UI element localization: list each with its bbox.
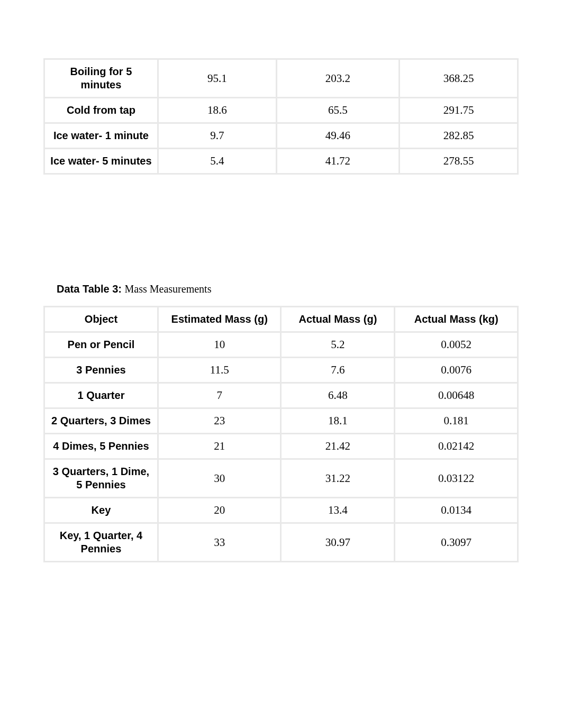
table-row: Pen or Pencil 10 5.2 0.0052	[45, 333, 517, 357]
cell-value: 368.25	[400, 60, 517, 97]
table-row: 2 Quarters, 3 Dimes 23 18.1 0.181	[45, 409, 517, 433]
table-header-row: Object Estimated Mass (g) Actual Mass (g…	[45, 307, 517, 331]
cell-value: 20	[159, 498, 280, 522]
mass-measurements-table: Object Estimated Mass (g) Actual Mass (g…	[43, 306, 519, 562]
cell-value: 7	[159, 384, 280, 407]
row-label: Ice water- 5 minutes	[45, 149, 157, 173]
cell-value: 30	[159, 460, 280, 497]
row-label: 1 Quarter	[45, 384, 157, 407]
cell-value: 5.4	[159, 149, 276, 173]
table-row: 3 Pennies 11.5 7.6 0.0076	[45, 358, 517, 382]
cell-value: 0.3097	[395, 524, 517, 561]
table-row: Ice water- 5 minutes 5.4 41.72 278.55	[45, 149, 517, 173]
cell-value: 95.1	[159, 60, 276, 97]
cell-value: 9.7	[159, 124, 276, 148]
cell-value: 0.0076	[395, 358, 517, 382]
cell-value: 6.48	[282, 384, 394, 407]
table3-caption: Data Table 3: Mass Measurements	[57, 283, 519, 295]
cell-value: 10	[159, 333, 280, 357]
table-row: Key, 1 Quarter, 4 Pennies 33 30.97 0.309…	[45, 524, 517, 561]
row-label: 2 Quarters, 3 Dimes	[45, 409, 157, 433]
row-label: Ice water- 1 minute	[45, 124, 157, 148]
table-row: 3 Quarters, 1 Dime, 5 Pennies 30 31.22 0…	[45, 460, 517, 497]
column-header-object: Object	[45, 307, 157, 331]
cell-value: 11.5	[159, 358, 280, 382]
cell-value: 65.5	[277, 98, 399, 122]
row-label: Key, 1 Quarter, 4 Pennies	[45, 524, 157, 561]
cell-value: 0.0134	[395, 498, 517, 522]
column-header-actual-g: Actual Mass (g)	[282, 307, 394, 331]
cell-value: 291.75	[400, 98, 517, 122]
cell-value: 0.03122	[395, 460, 517, 497]
cell-value: 278.55	[400, 149, 517, 173]
cell-value: 33	[159, 524, 280, 561]
table-row: 4 Dimes, 5 Pennies 21 21.42 0.02142	[45, 434, 517, 458]
caption-rest: Mass Measurements	[125, 283, 212, 295]
cell-value: 282.85	[400, 124, 517, 148]
cell-value: 21	[159, 434, 280, 458]
table-row: Boiling for 5 minutes 95.1 203.2 368.25	[45, 60, 517, 97]
row-label: 3 Quarters, 1 Dime, 5 Pennies	[45, 460, 157, 497]
table-row: Cold from tap 18.6 65.5 291.75	[45, 98, 517, 122]
column-header-estimated: Estimated Mass (g)	[159, 307, 280, 331]
table-row: 1 Quarter 7 6.48 0.00648	[45, 384, 517, 407]
cell-value: 0.02142	[395, 434, 517, 458]
row-label: Pen or Pencil	[45, 333, 157, 357]
cell-value: 7.6	[282, 358, 394, 382]
row-label: Key	[45, 498, 157, 522]
temperature-table: Boiling for 5 minutes 95.1 203.2 368.25 …	[43, 58, 519, 175]
cell-value: 41.72	[277, 149, 399, 173]
cell-value: 23	[159, 409, 280, 433]
table-row: Ice water- 1 minute 9.7 49.46 282.85	[45, 124, 517, 148]
cell-value: 5.2	[282, 333, 394, 357]
cell-value: 49.46	[277, 124, 399, 148]
row-label: 4 Dimes, 5 Pennies	[45, 434, 157, 458]
cell-value: 18.6	[159, 98, 276, 122]
row-label: Boiling for 5 minutes	[45, 60, 157, 97]
cell-value: 0.181	[395, 409, 517, 433]
row-label: 3 Pennies	[45, 358, 157, 382]
cell-value: 31.22	[282, 460, 394, 497]
cell-value: 30.97	[282, 524, 394, 561]
cell-value: 203.2	[277, 60, 399, 97]
row-label: Cold from tap	[45, 98, 157, 122]
table-row: Key 20 13.4 0.0134	[45, 498, 517, 522]
column-header-actual-kg: Actual Mass (kg)	[395, 307, 517, 331]
cell-value: 13.4	[282, 498, 394, 522]
cell-value: 18.1	[282, 409, 394, 433]
cell-value: 0.00648	[395, 384, 517, 407]
cell-value: 21.42	[282, 434, 394, 458]
caption-bold: Data Table 3:	[57, 283, 125, 295]
cell-value: 0.0052	[395, 333, 517, 357]
